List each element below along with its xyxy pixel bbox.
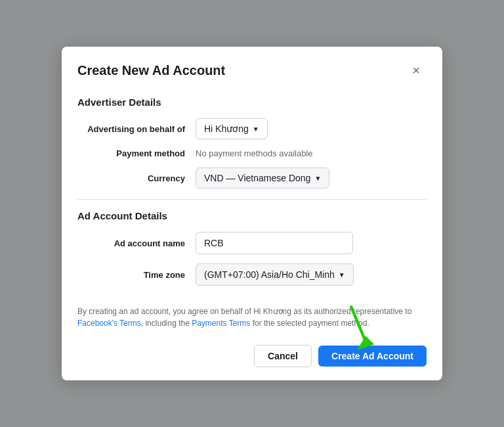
footer-text: By creating an ad account, you agree on … bbox=[62, 295, 442, 337]
currency-row: Currency VND — Vietnamese Dong ▼ bbox=[77, 168, 427, 189]
advertising-on-behalf-value: Hi Khương bbox=[204, 124, 249, 134]
footer-text-part2: , including the bbox=[141, 319, 192, 328]
ad-account-name-input[interactable] bbox=[196, 232, 353, 254]
ad-account-name-label: Ad account name bbox=[77, 238, 196, 248]
time-zone-value: (GMT+07:00) Asia/Ho Chi_Minh bbox=[204, 269, 335, 280]
chevron-down-icon: ▼ bbox=[339, 271, 345, 279]
advertising-on-behalf-row: Advertising on behalf of Hi Khương ▼ bbox=[77, 118, 427, 139]
currency-value: VND — Vietnamese Dong bbox=[204, 173, 310, 183]
close-button[interactable]: × bbox=[406, 60, 427, 81]
ad-account-section-title: Ad Account Details bbox=[77, 210, 427, 221]
ad-account-name-row: Ad account name bbox=[77, 232, 427, 254]
payments-terms-link[interactable]: Payments Terms bbox=[192, 319, 250, 328]
facebook-terms-link[interactable]: Facebook's Terms bbox=[77, 319, 141, 328]
time-zone-label: Time zone bbox=[77, 270, 196, 280]
payment-method-row: Payment method No payment methods availa… bbox=[77, 148, 427, 158]
currency-label: Currency bbox=[77, 173, 196, 183]
modal-dialog: Create New Ad Account × Advertiser Detai… bbox=[62, 47, 442, 380]
modal-body: Advertiser Details Advertising on behalf… bbox=[62, 91, 442, 286]
chevron-down-icon: ▼ bbox=[314, 175, 321, 182]
cancel-button[interactable]: Cancel bbox=[254, 345, 312, 367]
modal-header: Create New Ad Account × bbox=[62, 47, 442, 91]
advertising-on-behalf-dropdown[interactable]: Hi Khương ▼ bbox=[196, 118, 268, 139]
time-zone-dropdown[interactable]: (GMT+07:00) Asia/Ho Chi_Minh ▼ bbox=[196, 263, 354, 286]
svg-marker-1 bbox=[357, 336, 374, 350]
time-zone-row: Time zone (GMT+07:00) Asia/Ho Chi_Minh ▼ bbox=[77, 263, 427, 286]
modal-footer-actions: Cancel Create Ad Account bbox=[62, 337, 442, 380]
modal-title: Create New Ad Account bbox=[77, 63, 225, 78]
chevron-down-icon: ▼ bbox=[253, 125, 259, 133]
payment-method-value: No payment methods available bbox=[196, 148, 313, 158]
arrow-indicator bbox=[337, 304, 377, 352]
payment-method-label: Payment method bbox=[77, 148, 196, 158]
close-icon: × bbox=[412, 63, 420, 78]
modal-overlay: Create New Ad Account × Advertiser Detai… bbox=[0, 0, 504, 427]
advertiser-section-title: Advertiser Details bbox=[77, 97, 427, 108]
svg-line-0 bbox=[351, 307, 366, 342]
currency-dropdown[interactable]: VND — Vietnamese Dong ▼ bbox=[196, 168, 329, 189]
advertising-on-behalf-label: Advertising on behalf of bbox=[77, 124, 196, 134]
section-divider bbox=[77, 199, 427, 200]
